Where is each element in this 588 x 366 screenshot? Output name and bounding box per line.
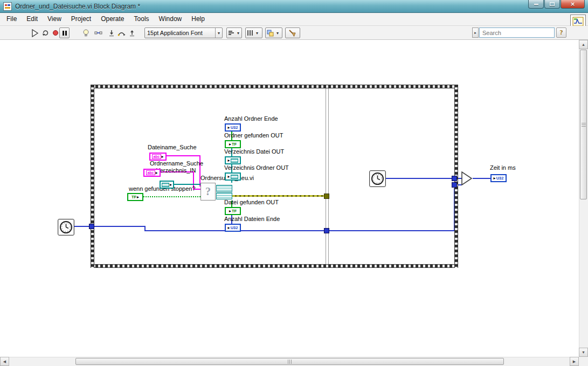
terminal-arrow-icon: ▸ (170, 183, 172, 187)
terminal-arrow-icon: ▸ (229, 142, 231, 147)
terminal-arrow-icon: ▸ (162, 155, 164, 159)
subvi-path-icon-bottom[interactable] (216, 192, 232, 199)
label-anzahl-dateien-ende[interactable]: Anzahl Dateien Ende (224, 216, 280, 222)
boolean-control-stop[interactable]: TF ▸ (127, 193, 143, 201)
tunnel-right-lower[interactable] (452, 182, 457, 188)
string-control-ordnername[interactable]: abc ▸ (143, 169, 161, 177)
subtract-function-node[interactable] (461, 171, 473, 188)
run-continuously-button[interactable] (40, 27, 50, 38)
tick-count-node-right[interactable] (369, 170, 386, 187)
wire-string1-h[interactable] (167, 155, 199, 156)
u32-indicator-zeit-in-ms[interactable]: ▸ U32 (490, 174, 507, 182)
maximize-button[interactable] (544, 0, 560, 9)
label-dateiname-suche[interactable]: Dateiname_Suche (148, 144, 197, 150)
reorder-dropdown[interactable]: ▾ (265, 27, 282, 38)
step-out-icon (129, 30, 135, 37)
step-into-button[interactable] (106, 27, 116, 38)
tick-count-node-left[interactable] (58, 219, 74, 236)
label-verzeichnis-datei-out[interactable]: Verzeichnis Datei OUT (224, 148, 284, 155)
menu-file[interactable]: File (2, 13, 22, 25)
scrollbar-corner (579, 357, 588, 366)
wire-tickcount-to-tunnel[interactable] (74, 226, 89, 227)
cleanup-diagram-button[interactable] (285, 27, 300, 38)
tunnel-right-upper[interactable] (452, 176, 457, 181)
pause-button[interactable] (59, 27, 70, 38)
minimize-button[interactable] (528, 0, 544, 9)
step-out-button[interactable] (127, 27, 137, 38)
labview-window: Ordner_und_Dateisuche.vi Block Diagram *… (0, 0, 588, 366)
wire-error-cluster[interactable] (232, 195, 324, 197)
subvi-path-icon-top[interactable] (216, 185, 232, 192)
clock-icon (59, 220, 73, 234)
run-button[interactable] (30, 27, 40, 38)
close-button[interactable]: × (561, 0, 585, 9)
tunnel-divider-error[interactable] (324, 194, 329, 199)
step-over-button[interactable] (116, 27, 127, 38)
align-objects-dropdown[interactable]: ▾ (226, 27, 242, 38)
label-ordner-gefunden-out[interactable]: Ordner gefunden OUT (224, 132, 283, 139)
tunnel-divider-blue[interactable] (324, 228, 329, 233)
search-input[interactable] (480, 30, 559, 36)
font-dropdown[interactable]: 15pt Application Font ▾ (144, 27, 223, 38)
subvi-ordnersuche-node[interactable]: ? (200, 183, 216, 201)
sequence-frame-divider[interactable] (326, 88, 329, 264)
sequence-structure-border-bottom[interactable] (91, 264, 458, 268)
u32-indicator-anzahl-ordner-ende[interactable]: ▸ U32 (225, 123, 241, 132)
wire-blue-h1[interactable] (94, 226, 144, 227)
string-control-dateiname[interactable]: abc ▸ (149, 153, 167, 161)
wire-clock2-to-tunnel[interactable] (386, 178, 452, 179)
path-glyph (231, 158, 238, 163)
wire-subtract-to-indicator[interactable] (473, 178, 490, 179)
retain-wire-values-button[interactable] (93, 27, 103, 38)
terminal-arrow-icon: ▸ (229, 209, 231, 213)
vi-icon (572, 17, 584, 26)
menu-help[interactable]: Help (186, 13, 210, 25)
menu-edit[interactable]: Edit (22, 13, 43, 25)
label-verzeichnis-ordner-out[interactable]: Verzeichnis Ordner OUT (224, 164, 289, 171)
tf-glyph: TF (232, 142, 237, 147)
tf-indicator-ordner-gefunden[interactable]: ▸ TF (225, 140, 241, 148)
menu-window[interactable]: Window (154, 13, 187, 25)
reorder-icon (266, 28, 275, 38)
menu-operate[interactable]: Operate (96, 13, 129, 25)
label-ordnername-suche[interactable]: Ordnername_Suche (150, 160, 203, 167)
u32-indicator-anzahl-dateien-ende[interactable]: ▸ U32 (225, 224, 241, 232)
path-indicator-verzeichnis-ordner[interactable]: ▸ (225, 172, 241, 181)
scroll-up-button[interactable]: ▲ (579, 40, 588, 49)
vertical-scroll-thumb[interactable] (580, 50, 587, 199)
chevron-down-icon: ▾ (215, 28, 222, 38)
wire-boolean-dotted[interactable] (143, 196, 200, 197)
scroll-left-button[interactable]: ◀ (0, 357, 9, 366)
subtract-triangle-icon (461, 171, 473, 185)
step-over-icon (117, 30, 126, 36)
thumb-grip (582, 122, 586, 127)
horizontal-scroll-thumb[interactable] (75, 358, 504, 365)
sequence-structure-border-top[interactable] (91, 85, 458, 88)
abc-glyph: abc (152, 154, 161, 160)
label-datei-gefunden-out[interactable]: Datei gefunden OUT (224, 199, 279, 205)
sequence-structure-border-left[interactable] (91, 85, 94, 268)
wire-path-in[interactable] (174, 184, 200, 185)
context-help-button[interactable]: ? (556, 27, 566, 38)
path-control-verzeichnis-in[interactable]: ▸ (160, 181, 174, 189)
menu-view[interactable]: View (43, 13, 66, 25)
menu-tools[interactable]: Tools (129, 13, 154, 25)
distribute-objects-dropdown[interactable]: ▾ (245, 27, 262, 38)
label-verzeichnis-in[interactable]: Verzeichnis_IN (156, 167, 196, 174)
up-arrow-icon: ▲ (582, 43, 585, 46)
menu-project[interactable]: Project (66, 13, 96, 25)
scroll-down-button[interactable]: ▼ (579, 348, 588, 357)
tf-indicator-datei-gefunden[interactable]: ▸ TF (225, 207, 241, 215)
close-icon: × (570, 1, 575, 8)
terminal-arrow-icon: ▸ (228, 226, 230, 230)
search-options-button[interactable]: ▸ (472, 27, 479, 38)
path-indicator-verzeichnis-datei[interactable]: ▸ (225, 156, 241, 164)
highlight-execution-button[interactable] (81, 27, 91, 38)
label-zeit-in-ms[interactable]: Zeit in ms (490, 164, 516, 171)
label-anzahl-ordner-ende[interactable]: Anzahl Ordner Ende (224, 115, 278, 122)
wire-blue-h3[interactable] (329, 230, 455, 231)
scroll-right-button[interactable]: ▶ (570, 357, 579, 366)
titlebar[interactable]: Ordner_und_Dateisuche.vi Block Diagram *… (0, 0, 588, 13)
right-arrow-icon: ▶ (573, 360, 576, 364)
tunnel-left-edge[interactable] (89, 224, 94, 229)
